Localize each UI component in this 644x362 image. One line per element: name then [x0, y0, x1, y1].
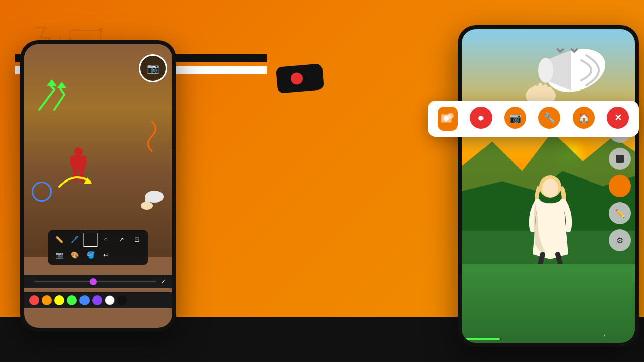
hp-fill: [466, 338, 500, 340]
hp-numbers: /: [603, 331, 605, 340]
tool-marker[interactable]: 🖊️: [68, 233, 82, 247]
svg-rect-22: [543, 84, 547, 98]
tool-fill[interactable]: 🪣: [84, 248, 98, 262]
hp-value: /: [603, 334, 605, 339]
tools-icon: 🔧: [538, 107, 560, 129]
tool-crop[interactable]: ⊡: [130, 233, 144, 247]
recording-timer: [609, 175, 631, 197]
color-red[interactable]: [29, 295, 39, 305]
dot-button[interactable]: ⚙: [609, 229, 631, 251]
drawing-tools-panel: ✏️ 🖊️ ○ ↗ ⊡ 📷 🎨 🪣 ↩: [48, 230, 148, 265]
rec-dot: [290, 72, 303, 85]
color-blue[interactable]: [79, 295, 90, 305]
left-phone-screen: 📷: [24, 44, 172, 328]
home-icon: 🏠: [573, 107, 595, 129]
svg-point-40: [141, 202, 153, 210]
camera-button[interactable]: 📷: [139, 54, 167, 82]
toolbar-screenshot[interactable]: 📷: [504, 107, 526, 131]
draw-circle: [32, 182, 52, 202]
svg-rect-23: [548, 87, 552, 98]
pencil-button[interactable]: ✏️: [609, 202, 631, 224]
tool-circle[interactable]: ○: [99, 233, 113, 247]
toolbar-exit[interactable]: ✕: [607, 107, 629, 131]
svg-rect-20: [533, 85, 537, 98]
stop-button[interactable]: [609, 148, 631, 170]
size-slider-bar: ✓: [24, 275, 172, 288]
svg-point-18: [538, 58, 553, 83]
svg-marker-29: [57, 82, 67, 88]
svg-text:⌄⌄: ⌄⌄: [553, 38, 581, 56]
color-orange[interactable]: [42, 295, 52, 305]
exit-icon: ✕: [607, 107, 629, 129]
svg-point-45: [542, 179, 558, 197]
tool-undo[interactable]: ↩: [99, 248, 113, 262]
toolbar-home[interactable]: 🏠: [573, 107, 595, 131]
svg-marker-30: [47, 79, 57, 86]
toolbar-tools[interactable]: 🔧: [538, 107, 560, 131]
color-black[interactable]: [117, 295, 127, 305]
svg-point-28: [444, 116, 449, 121]
hand-icon-left: [137, 187, 167, 212]
record-icon: ●: [470, 107, 492, 129]
app-logo: [438, 107, 458, 131]
size-slider-track[interactable]: [34, 281, 156, 282]
hp-bar: [466, 338, 501, 340]
color-purple[interactable]: [92, 295, 102, 305]
tool-camera2[interactable]: 📷: [52, 248, 66, 262]
tool-palette[interactable]: 🎨: [68, 248, 82, 262]
app-toolbar: ● 📷 🔧 🏠 ✕: [428, 101, 639, 137]
size-slider-thumb[interactable]: [90, 278, 97, 285]
game-scene-left: 📷: [24, 44, 172, 257]
level-display: [466, 337, 501, 340]
color-yellow[interactable]: [54, 295, 64, 305]
yellow-arrow: [54, 166, 95, 192]
color-white[interactable]: [105, 295, 115, 305]
size-check: ✓: [160, 278, 166, 285]
game-character-right: [528, 174, 573, 264]
ground: [462, 264, 635, 343]
svg-rect-33: [70, 156, 75, 166]
svg-rect-31: [74, 147, 83, 155]
tool-arrow[interactable]: ↗: [115, 233, 129, 247]
color-green[interactable]: [67, 295, 77, 305]
toolbar-record[interactable]: ●: [470, 107, 492, 131]
left-phone: 📷: [20, 40, 176, 332]
record-controls: ⏸ ✏️ ⚙: [609, 121, 631, 251]
squiggle: [142, 116, 162, 156]
svg-rect-34: [82, 156, 87, 166]
tool-pencil[interactable]: ✏️: [52, 233, 66, 247]
color-palette-bar: [24, 292, 172, 308]
screenshot-icon: 📷: [504, 107, 526, 129]
svg-point-8: [99, 29, 102, 32]
rec-badge: [276, 63, 324, 94]
draw-arrows: [29, 74, 79, 115]
svg-rect-21: [538, 83, 542, 97]
tool-rect[interactable]: [84, 233, 98, 247]
